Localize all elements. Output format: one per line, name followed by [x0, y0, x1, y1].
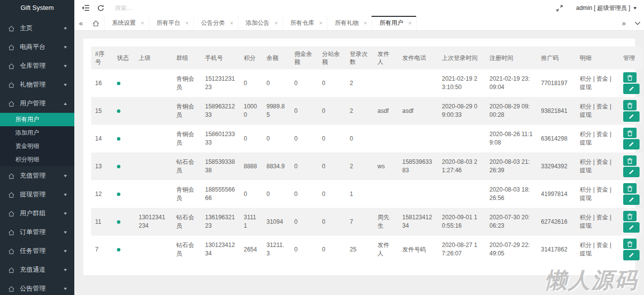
sidebar-item[interactable]: 仓库管理 ▼: [0, 56, 74, 75]
cell-points: 31111: [240, 208, 263, 236]
edit-user-button[interactable]: [623, 195, 640, 205]
table-row: 12 青铜会员 18855556666 0 0 0 0 1 2020-08-03…: [91, 180, 643, 208]
cell-balance: 0: [263, 125, 290, 152]
sidebar-item[interactable]: 电商平台 ▼: [0, 38, 74, 56]
close-icon[interactable]: ×: [274, 20, 278, 26]
home-icon: [8, 286, 15, 292]
sidebar-subitem[interactable]: 积分明细: [0, 153, 74, 166]
delete-user-button[interactable]: [623, 239, 637, 249]
delete-user-button[interactable]: [623, 155, 637, 166]
tabs-menu-button[interactable]: [631, 16, 644, 30]
tab[interactable]: 公告分类 ×: [194, 16, 238, 30]
delete-user-button[interactable]: [623, 72, 637, 83]
cell-login-count: 25: [346, 236, 374, 263]
edit-user-button[interactable]: [623, 222, 640, 233]
column-header: 分站余额: [318, 47, 346, 69]
cell-sender-phone: 发件号码: [398, 236, 438, 263]
edit-user-button[interactable]: [623, 139, 640, 149]
sidebar-subitem[interactable]: 添加用户: [0, 126, 74, 140]
cell-detail-links[interactable]: 积分 | 资金 | 提现: [576, 69, 619, 97]
sidebar-item[interactable]: 任务管理 ▼: [0, 242, 74, 260]
cell-register-time: 2020-07-29 22:49:05: [485, 236, 537, 263]
tab[interactable]: 所有礼物 ×: [327, 16, 372, 30]
admin-user-menu[interactable]: admin [ 超级管理员 ] ▼: [576, 4, 637, 12]
column-header: 手机号: [201, 47, 240, 69]
table-row: 7 钻石会员 13012341234 2654 31211.3 0 0 25 发…: [91, 236, 643, 263]
cell-sender: [374, 69, 398, 97]
close-icon[interactable]: ×: [185, 20, 189, 26]
cell-commission-balance: 0: [290, 152, 318, 180]
tab[interactable]: 所有平台 ×: [149, 16, 194, 30]
cell-points: 2654: [240, 236, 263, 263]
cell-status: [113, 152, 135, 180]
tabs-scroll-left-button[interactable]: «: [74, 16, 88, 30]
cell-detail-links[interactable]: 积分 | 资金 | 提现: [576, 97, 619, 125]
sidebar-item[interactable]: 充值通道 ▼: [0, 260, 74, 279]
cell-last-login: 2020-08-03 21:27:46: [438, 152, 485, 180]
sidebar-item[interactable]: 用户群组 ▼: [0, 204, 74, 223]
tab[interactable]: 系统设置 ×: [105, 16, 149, 30]
cell-status: [113, 236, 135, 263]
delete-user-button[interactable]: [623, 100, 637, 110]
cell-detail-links[interactable]: 积分 | 资金 | 提现: [576, 152, 619, 180]
delete-user-button[interactable]: [623, 128, 637, 138]
collapse-menu-icon[interactable]: [78, 0, 93, 16]
table-row: 11 13012341234 钻石会员 13619632123 31111 31…: [91, 208, 643, 236]
search-input[interactable]: [115, 4, 189, 11]
delete-user-button[interactable]: [623, 183, 637, 194]
fullscreen-icon[interactable]: [552, 0, 567, 16]
sidebar-item[interactable]: 公告管理 ▼: [0, 279, 74, 295]
status-active-dot: [117, 248, 120, 251]
edit-user-button[interactable]: [623, 167, 640, 177]
tab[interactable]: 所有仓库 ×: [283, 16, 327, 30]
cell-phone: 15860123333: [201, 125, 240, 152]
cell-detail-links[interactable]: 积分 | 资金 | 提现: [576, 180, 619, 208]
chevron-icon: ▼: [63, 45, 68, 49]
cell-balance: 31211.3: [263, 236, 290, 263]
close-icon[interactable]: ×: [364, 20, 367, 26]
home-icon: [8, 63, 15, 69]
tab[interactable]: 添加公告 ×: [238, 16, 283, 30]
table-header-row: #序号状态上级群组手机号积分余额佣金余额分站余额登录次数发件人发件电话上次登录时…: [91, 47, 643, 69]
home-tab[interactable]: [88, 16, 105, 30]
cell-sender: ws: [374, 152, 398, 180]
sidebar-item[interactable]: 礼物管理 ▼: [0, 75, 74, 94]
table-row: 15 青铜会员 15896321233 10000 9989.85 0 0 2 …: [91, 97, 643, 125]
close-icon[interactable]: ×: [319, 20, 322, 26]
cell-balance: 31094: [263, 208, 290, 236]
cell-status: [113, 208, 135, 236]
refresh-icon[interactable]: [93, 0, 108, 16]
tabs-scroll-right-button[interactable]: »: [617, 16, 631, 30]
cell-detail-links[interactable]: 积分 | 资金 | 提现: [576, 208, 619, 236]
cell-points: 0: [240, 69, 263, 97]
close-icon[interactable]: ×: [408, 20, 412, 26]
cell-commission-balance: 0: [290, 125, 318, 152]
sidebar-item[interactable]: 用户管理 ▲: [0, 94, 74, 113]
cell-promo-code: 93821841: [537, 97, 576, 125]
cell-branch-balance: 0: [318, 236, 346, 263]
edit-user-button[interactable]: [623, 84, 640, 94]
cell-detail-links[interactable]: 积分 | 资金 | 提现: [576, 125, 619, 152]
sidebar-item-label: 提现管理: [20, 190, 63, 199]
sidebar-item[interactable]: 主页 ▼: [0, 19, 74, 38]
edit-user-button[interactable]: [623, 250, 640, 260]
tabs-strip: 系统设置 × 所有平台 × 公告分类 × 添加公告 × 所有仓库 × 所有礼物 …: [105, 16, 417, 30]
status-active-dot: [117, 165, 120, 168]
sidebar-subitem[interactable]: 所有用户: [0, 113, 74, 126]
cell-login-count: 1: [346, 180, 374, 208]
cell-manage: [619, 97, 643, 125]
sidebar-subitem[interactable]: 资金明细: [0, 140, 74, 153]
close-icon[interactable]: ×: [141, 20, 144, 26]
close-icon[interactable]: ×: [230, 20, 233, 26]
cell-last-login: [438, 180, 485, 208]
sidebar-item[interactable]: 提现管理 ▼: [0, 185, 74, 204]
main-area: admin [ 超级管理员 ] ▼ « 系统设置 × 所有平台 × 公告分类 ×…: [74, 0, 644, 295]
delete-user-button[interactable]: [623, 211, 637, 221]
status-active-dot: [117, 193, 120, 196]
cell-detail-links[interactable]: 积分 | 资金 | 提现: [576, 236, 619, 263]
sidebar-item[interactable]: 订单管理 ▼: [0, 223, 74, 242]
tab[interactable]: 所有用户 ×: [372, 16, 417, 30]
cell-parent: [135, 180, 172, 208]
sidebar-item[interactable]: 充值管理 ▼: [0, 166, 74, 185]
edit-user-button[interactable]: [623, 111, 640, 122]
